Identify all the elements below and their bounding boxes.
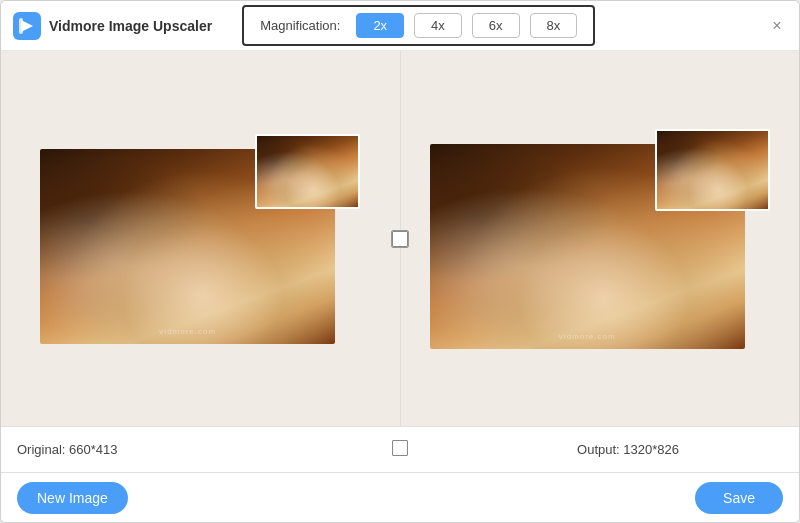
left-watermark: vidmore.com [159, 327, 216, 336]
save-button[interactable]: Save [695, 482, 783, 514]
info-bar: Original: 660*413 Output: 1320*826 [1, 426, 799, 472]
right-image-pane: vidmore.com [401, 51, 800, 426]
app-window: Vidmore Image Upscaler Magnification: 2x… [0, 0, 800, 523]
mag-btn-2x[interactable]: 2x [356, 13, 404, 38]
output-info: Output: 1320*826 [577, 442, 679, 457]
footer-bar: New Image Save [1, 472, 799, 522]
left-thumb-photo [255, 134, 360, 209]
title-bar: Vidmore Image Upscaler Magnification: 2x… [1, 1, 799, 51]
app-title: Vidmore Image Upscaler [49, 18, 212, 34]
left-image-pane: vidmore.com [1, 51, 401, 426]
left-collage-wrapper: vidmore.com [40, 134, 360, 344]
new-image-button[interactable]: New Image [17, 482, 128, 514]
expand-icon [392, 231, 408, 247]
expand-icon-center [392, 440, 408, 456]
svg-rect-1 [19, 18, 23, 34]
app-logo-icon [13, 12, 41, 40]
right-collage-wrapper: vidmore.com [430, 129, 770, 349]
divider-icon [391, 230, 409, 248]
right-watermark: vidmore.com [559, 332, 616, 341]
mag-btn-4x[interactable]: 4x [414, 13, 462, 38]
content-area: vidmore.com vid [1, 51, 799, 426]
left-pane-bg: vidmore.com [1, 51, 400, 426]
center-expand-icon [392, 440, 408, 460]
right-thumb-photo [655, 129, 770, 211]
close-button[interactable]: × [767, 16, 787, 36]
right-pane-bg: vidmore.com [401, 51, 800, 426]
magnification-panel: Magnification: 2x 4x 6x 8x [242, 5, 595, 46]
right-collage: vidmore.com [430, 129, 770, 349]
left-collage: vidmore.com [40, 134, 360, 344]
magnification-label: Magnification: [260, 18, 340, 33]
mag-btn-6x[interactable]: 6x [472, 13, 520, 38]
mag-btn-8x[interactable]: 8x [530, 13, 578, 38]
original-info: Original: 660*413 [17, 442, 117, 457]
